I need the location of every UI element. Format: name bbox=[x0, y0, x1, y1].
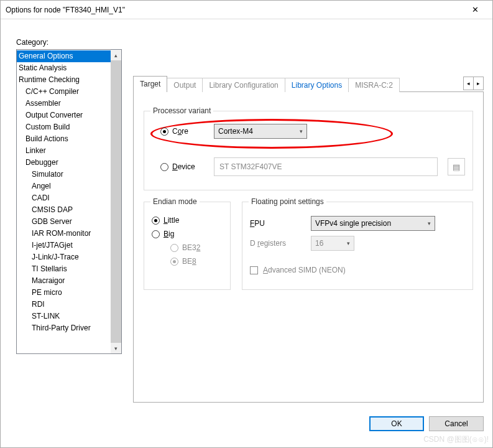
chevron-down-icon: ▾ bbox=[347, 240, 350, 246]
category-item[interactable]: General Options bbox=[17, 50, 111, 62]
tab-library-configuration[interactable]: Library Configuration bbox=[202, 78, 285, 92]
category-item[interactable]: RDI bbox=[17, 299, 111, 310]
scrollbar[interactable]: ▴ ▾ bbox=[111, 50, 121, 353]
options-dialog: Options for node "FT8340_HMI_V1" ✕ Categ… bbox=[0, 0, 493, 448]
device-field: ST STM32F407VE bbox=[214, 157, 438, 176]
device-radio[interactable]: Device bbox=[160, 162, 204, 171]
tab-scroll-right-icon[interactable]: ▸ bbox=[473, 77, 484, 90]
scroll-up-icon[interactable]: ▴ bbox=[111, 50, 121, 60]
fp-legend: Floating point settings bbox=[249, 197, 326, 206]
radio-icon bbox=[170, 258, 178, 266]
tab-misra[interactable]: MISRA-C:2 bbox=[348, 78, 400, 92]
ok-button[interactable]: OK bbox=[369, 416, 424, 431]
category-item[interactable]: CMSIS DAP bbox=[17, 204, 111, 216]
category-item[interactable]: TI Stellaris bbox=[17, 263, 111, 275]
device-value: ST STM32F407VE bbox=[219, 162, 282, 171]
category-item[interactable]: Assembler bbox=[17, 98, 111, 110]
tab-scroll-left-icon[interactable]: ◂ bbox=[463, 77, 474, 90]
chevron-down-icon: ▾ bbox=[428, 220, 431, 226]
category-item[interactable]: I-jet/JTAGjet bbox=[17, 240, 111, 251]
category-item[interactable]: Static Analysis bbox=[17, 62, 111, 74]
floating-point-group: Floating point settings FPU VFPv4 single… bbox=[242, 202, 473, 290]
tab-library-options[interactable]: Library Options bbox=[285, 78, 349, 92]
big-radio[interactable]: Big bbox=[152, 230, 174, 238]
chip-icon: ▤ bbox=[453, 162, 460, 172]
tab-strip: Target Output Library Configuration Libr… bbox=[133, 75, 484, 92]
category-item[interactable]: C/C++ Compiler bbox=[17, 86, 111, 98]
scroll-thumb[interactable] bbox=[111, 60, 121, 343]
tab-target[interactable]: Target bbox=[133, 76, 167, 92]
fpu-label: FPU bbox=[250, 219, 300, 228]
category-item[interactable]: Simulator bbox=[17, 169, 111, 180]
dregisters-value: 16 bbox=[315, 239, 323, 248]
dregisters-label: D registers bbox=[250, 239, 300, 248]
close-button[interactable]: ✕ bbox=[463, 1, 487, 19]
category-item[interactable]: Runtime Checking bbox=[17, 74, 111, 86]
cancel-button[interactable]: Cancel bbox=[429, 416, 484, 431]
core-radio[interactable]: Core bbox=[160, 127, 204, 136]
fpu-value: VFPv4 single precision bbox=[315, 219, 391, 228]
processor-variant-group: Processor variant Core Cortex-M4 ▾ bbox=[144, 111, 473, 190]
core-combobox[interactable]: Cortex-M4 ▾ bbox=[214, 124, 307, 139]
category-item[interactable]: CADI bbox=[17, 192, 111, 204]
endian-legend: Endian mode bbox=[150, 197, 200, 206]
radio-icon bbox=[160, 163, 168, 171]
processor-variant-legend: Processor variant bbox=[150, 106, 213, 115]
category-item[interactable]: J-Link/J-Trace bbox=[17, 251, 111, 263]
core-value: Cortex-M4 bbox=[218, 127, 253, 136]
window-title: Options for node "FT8340_HMI_V1" bbox=[6, 6, 463, 14]
be8-radio: BE8 bbox=[170, 257, 196, 266]
device-select-button[interactable]: ▤ bbox=[448, 158, 465, 175]
radio-icon bbox=[152, 230, 160, 238]
category-item[interactable]: Third-Party Driver bbox=[17, 322, 111, 334]
scroll-down-icon[interactable]: ▾ bbox=[111, 343, 121, 353]
category-item[interactable]: Macraigor bbox=[17, 275, 111, 287]
category-item[interactable]: Linker bbox=[17, 145, 111, 157]
little-radio[interactable]: Little bbox=[152, 216, 179, 225]
category-item[interactable]: PE micro bbox=[17, 287, 111, 299]
category-listbox[interactable]: General OptionsStatic AnalysisRuntime Ch… bbox=[16, 49, 122, 354]
category-item[interactable]: ST-LINK bbox=[17, 310, 111, 322]
category-item[interactable]: GDB Server bbox=[17, 216, 111, 228]
category-item[interactable]: Angel bbox=[17, 180, 111, 192]
radio-icon bbox=[152, 217, 160, 225]
category-label: Category: bbox=[16, 38, 122, 47]
category-item[interactable]: Build Actions bbox=[17, 133, 111, 145]
tab-output[interactable]: Output bbox=[167, 78, 203, 92]
category-item[interactable]: Debugger bbox=[17, 157, 111, 169]
category-item[interactable]: Output Converter bbox=[17, 110, 111, 121]
chevron-down-icon: ▾ bbox=[300, 128, 303, 134]
watermark: CSDN @图图(⊙⊙)! bbox=[423, 434, 489, 445]
neon-checkbox: Advanced SIMD (NEON) bbox=[250, 266, 346, 274]
radio-icon bbox=[160, 128, 168, 136]
titlebar: Options for node "FT8340_HMI_V1" ✕ bbox=[1, 1, 492, 19]
category-item[interactable]: Custom Build bbox=[17, 121, 111, 133]
checkbox-icon bbox=[250, 266, 258, 274]
category-item[interactable]: IAR ROM-monitor bbox=[17, 228, 111, 240]
fpu-combobox[interactable]: VFPv4 single precision ▾ bbox=[311, 216, 435, 231]
dregisters-combobox: 16 ▾ bbox=[311, 236, 354, 251]
be32-radio: BE32 bbox=[170, 243, 200, 252]
radio-icon bbox=[170, 244, 178, 252]
endian-group: Endian mode Little Big bbox=[144, 202, 231, 290]
